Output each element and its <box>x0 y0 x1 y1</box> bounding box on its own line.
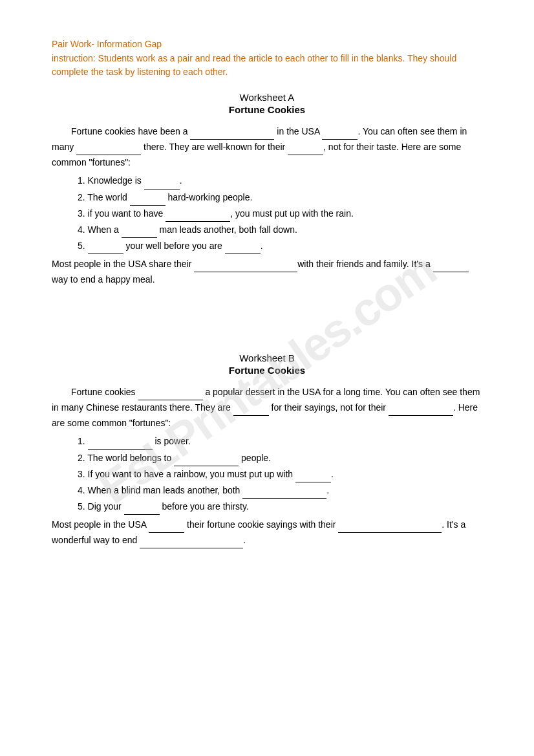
blank-a6 <box>130 195 166 206</box>
blank-b9 <box>149 523 184 533</box>
worksheet-b-title: Worksheet B <box>52 352 482 363</box>
blank-a3 <box>76 145 141 155</box>
blank-a12 <box>433 262 469 272</box>
list-item: 4. When a man leads another, both fall d… <box>78 222 482 238</box>
blank-b3 <box>389 405 453 416</box>
worksheet-b-para2: Most people in the USA their fortune coo… <box>52 517 482 548</box>
blank-b6 <box>295 472 331 482</box>
blank-b10 <box>338 523 442 533</box>
worksheet-b-para1: Fortune cookies a popular dessert in the… <box>52 385 482 431</box>
blank-b11 <box>140 538 243 548</box>
blank-b5 <box>174 456 239 466</box>
worksheet-a: Worksheet A Fortune Cookies Fortune cook… <box>52 92 482 288</box>
header-section: Pair Work- Information Gap instruction: … <box>52 39 482 79</box>
worksheet-a-para1: Fortune cookies have been a in the USA .… <box>52 124 482 170</box>
worksheet-a-title: Worksheet A <box>52 92 482 103</box>
blank-a9 <box>88 244 123 254</box>
list-item: 3. if you want to have , you must put up… <box>78 206 482 222</box>
worksheet-a-subtitle: Fortune Cookies <box>52 104 482 115</box>
pair-work-title: Pair Work- Information Gap <box>52 39 482 49</box>
blank-a5 <box>144 179 180 189</box>
blank-a10 <box>225 244 261 254</box>
worksheet-a-content: Fortune cookies have been a in the USA .… <box>52 124 482 170</box>
blank-a7 <box>166 211 230 222</box>
blank-b1 <box>138 390 203 400</box>
worksheet-a-para2: Most people in the USA share their with … <box>52 257 482 288</box>
instruction-text: instruction: Students work as a pair and… <box>52 52 482 79</box>
blank-b2 <box>233 405 269 416</box>
worksheet-b-list: 1. is power. 2. The world belongs to peo… <box>78 433 482 515</box>
blank-b4 <box>88 440 153 450</box>
list-item: 1. Knowledge is . <box>78 173 482 189</box>
worksheet-b-subtitle: Fortune Cookies <box>52 365 482 376</box>
blank-a2 <box>322 129 358 140</box>
list-item: 5. Dig your before you are thirsty. <box>78 499 482 515</box>
worksheet-b-para2-text: Most people in the USA their fortune coo… <box>52 517 482 548</box>
list-item: 1. is power. <box>78 433 482 449</box>
blank-a11 <box>194 262 297 272</box>
blank-a4 <box>288 145 323 155</box>
worksheet-a-list: 1. Knowledge is . 2. The world hard-work… <box>78 173 482 254</box>
worksheet-a-para2-text: Most people in the USA share their with … <box>52 257 482 288</box>
blank-b8 <box>124 504 160 515</box>
worksheet-b-content: Fortune cookies a popular dessert in the… <box>52 385 482 431</box>
list-item: 3. If you want to have a rainbow, you mu… <box>78 466 482 482</box>
section-divider <box>52 314 482 352</box>
blank-a8 <box>122 228 157 238</box>
list-item: 5. your well before you are . <box>78 238 482 254</box>
list-item: 2. The world belongs to people. <box>78 450 482 466</box>
blank-b7 <box>242 488 326 499</box>
list-item: 4. When a blind man leads another, both … <box>78 482 482 499</box>
page: EsLPrintables.com Pair Work- Information… <box>0 0 534 756</box>
worksheet-b: Worksheet B Fortune Cookies Fortune cook… <box>52 352 482 548</box>
blank-a1 <box>190 129 274 140</box>
list-item: 2. The world hard-working people. <box>78 189 482 206</box>
